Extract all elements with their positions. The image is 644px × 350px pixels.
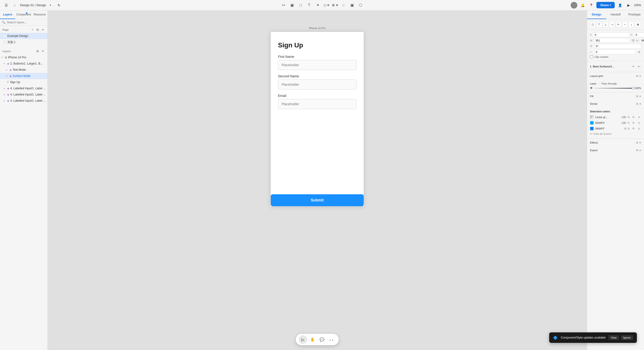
align-top-btn[interactable]: ⊤: [596, 22, 602, 28]
align-center-h-btn[interactable]: ⊥: [603, 22, 608, 28]
add-effect-btn[interactable]: +: [639, 141, 641, 144]
layer-iphone[interactable]: ▾ ⊞ iPhone 14 Pro: [0, 54, 48, 60]
tidy-btn[interactable]: ⊞: [635, 22, 641, 28]
corner-options-icon[interactable]: ⊞: [637, 50, 641, 54]
notif-view-btn[interactable]: View: [608, 335, 619, 340]
boolean-tool-btn[interactable]: ⊕ ▾: [331, 2, 338, 8]
color-shortcut-1[interactable]: ⌘: [631, 115, 636, 119]
comment-tool-btn[interactable]: 💬: [318, 335, 326, 344]
email-input[interactable]: [278, 99, 356, 109]
component-tool-btn[interactable]: ⬡: [357, 2, 364, 8]
color-swatch-2[interactable]: [590, 121, 594, 125]
color-swatch-3[interactable]: [590, 127, 594, 130]
layer-input2[interactable]: ▸ ◈ 4. Labelled Input/1. Label ...: [0, 92, 48, 98]
location-icon[interactable]: 📍: [588, 2, 594, 8]
search-input[interactable]: [7, 21, 46, 24]
layer-textmode[interactable]: ▸ ◈ Text Mode: [0, 67, 48, 73]
align-bottom-btn[interactable]: ⊢: [616, 22, 621, 28]
shape-tool-btn[interactable]: ◇ ▾: [323, 2, 330, 8]
mask-tool-btn[interactable]: ▣: [348, 2, 356, 8]
view-all-colors[interactable]: ••• View all 3colors: [590, 132, 641, 136]
tab-prototype[interactable]: Prototype: [625, 10, 644, 19]
layers-close-btn[interactable]: ✕: [41, 49, 45, 53]
tab-component[interactable]: Component: [15, 10, 32, 19]
layer-signup-text[interactable]: ▸ T Sign Up: [0, 79, 48, 85]
zoom-level[interactable]: 105%: [634, 4, 641, 7]
play-icon[interactable]: ▶: [625, 2, 632, 8]
notif-ignore-btn[interactable]: Ignore: [621, 335, 633, 340]
form-group-first-name: First Name: [278, 55, 356, 70]
color-more-1[interactable]: ⊙: [637, 115, 641, 119]
page-grid-btn[interactable]: ⊞: [36, 28, 40, 32]
refresh-icon[interactable]: ↻: [56, 2, 62, 8]
clip-content-label: Clip content: [594, 56, 608, 58]
menu-icon[interactable]: ☰: [3, 2, 10, 8]
more-tools-btn[interactable]: ⌄⌄: [327, 335, 336, 344]
page-chevron-btn[interactable]: ▾: [41, 28, 45, 32]
color-shortcut-2[interactable]: ⌘: [631, 121, 636, 125]
clip-content-checkbox[interactable]: [590, 55, 593, 58]
add-tool-btn[interactable]: + ▾: [280, 2, 287, 8]
w-input[interactable]: [594, 38, 630, 43]
dropdown-icon[interactable]: ▾: [47, 2, 54, 8]
corner-input[interactable]: [594, 50, 636, 54]
color-pct-sign-1: %: [627, 116, 630, 118]
page-item-2[interactable]: 📄 页面 1: [0, 39, 48, 45]
align-left-btn[interactable]: ⬡: [590, 22, 596, 28]
add-fill-btn[interactable]: +: [639, 94, 641, 98]
share-button[interactable]: Share ▾: [596, 2, 615, 8]
x-input[interactable]: [593, 32, 629, 37]
layer-input3[interactable]: ▸ ◈ 4. Labelled Input/1. Label ...: [0, 98, 48, 104]
tab-resource[interactable]: Resource: [32, 10, 48, 19]
color-swatch-1[interactable]: [590, 115, 594, 119]
align-right-btn[interactable]: ⊣: [609, 22, 615, 28]
add-layout-grid-btn[interactable]: +: [639, 74, 641, 78]
eye-icon[interactable]: 👁: [590, 86, 593, 90]
component-icon-3: ◈: [10, 74, 12, 78]
color-more-3[interactable]: ⊙: [637, 126, 641, 131]
hand-tool-btn[interactable]: ✋: [308, 335, 317, 344]
canvas-area[interactable]: iPhone 14 Pro Sign Up First Name Second …: [48, 10, 587, 350]
layer-input1[interactable]: ▸ ◈ 4. Labelled Input/1. Label ...: [0, 85, 48, 92]
color-shortcut-3[interactable]: ⌘: [631, 126, 636, 131]
clip-content-row: Clip content: [590, 55, 641, 58]
back-icon[interactable]: ‹: [12, 2, 18, 8]
text-tool-btn[interactable]: T: [306, 2, 313, 8]
layer-blend-mode[interactable]: Pass through: [601, 82, 641, 85]
second-name-input[interactable]: [278, 80, 356, 90]
rotation-input[interactable]: [594, 44, 641, 48]
link-dimensions-icon[interactable]: ⛓: [632, 38, 635, 42]
main-area: Layers Component Resource 🔍 Page + ⊞ ▾ 📄: [0, 10, 644, 350]
pen-tool-btn[interactable]: ✦: [314, 2, 321, 8]
notification-icon[interactable]: 🔔: [579, 2, 586, 8]
distribute-h-btn[interactable]: ↔: [622, 22, 628, 28]
h-input[interactable]: [640, 38, 644, 43]
y-input[interactable]: [634, 32, 644, 37]
page-item-example[interactable]: 📄 Example Design: [0, 33, 48, 39]
color-more-2[interactable]: ⊙: [637, 121, 641, 125]
layer-surfacemode[interactable]: ▸ ◈ Surface Mode: [0, 73, 48, 79]
opacity-slider[interactable]: [594, 88, 633, 88]
tab-layers[interactable]: Layers: [0, 10, 15, 19]
user-icon[interactable]: 👤: [616, 2, 623, 8]
rect-tool-btn[interactable]: □: [297, 2, 304, 8]
cursor-tool-btn[interactable]: ▷: [299, 335, 307, 344]
tab-design[interactable]: Design: [587, 10, 606, 19]
toolbar-right: 🔔 📍 Share ▾ 👤 ▶ 105%: [430, 2, 641, 8]
email-label: Email: [278, 94, 356, 98]
export-shortcut: ⌘: [636, 149, 638, 152]
ellipse-tool-btn[interactable]: ○: [340, 2, 347, 8]
distribute-v-btn[interactable]: ↕: [628, 22, 634, 28]
add-page-btn[interactable]: +: [30, 28, 34, 32]
layer-buttons[interactable]: ▾ ◈ 2. Buttons/1. Large/1. B...: [0, 60, 48, 67]
page-item-label-2: 页面 1: [8, 40, 46, 44]
edit-component-btn[interactable]: ✦: [631, 64, 636, 68]
add-export-btn[interactable]: +: [639, 148, 641, 152]
first-name-input[interactable]: [278, 60, 356, 70]
layers-expand-btn[interactable]: ⊞: [36, 49, 40, 53]
component-more-btn[interactable]: •••: [637, 64, 641, 68]
tab-handoff[interactable]: Handoff: [606, 10, 625, 19]
add-stroke-btn[interactable]: +: [639, 102, 641, 106]
submit-button[interactable]: Submit: [271, 194, 364, 206]
frame-tool-btn[interactable]: ▣: [288, 2, 296, 8]
